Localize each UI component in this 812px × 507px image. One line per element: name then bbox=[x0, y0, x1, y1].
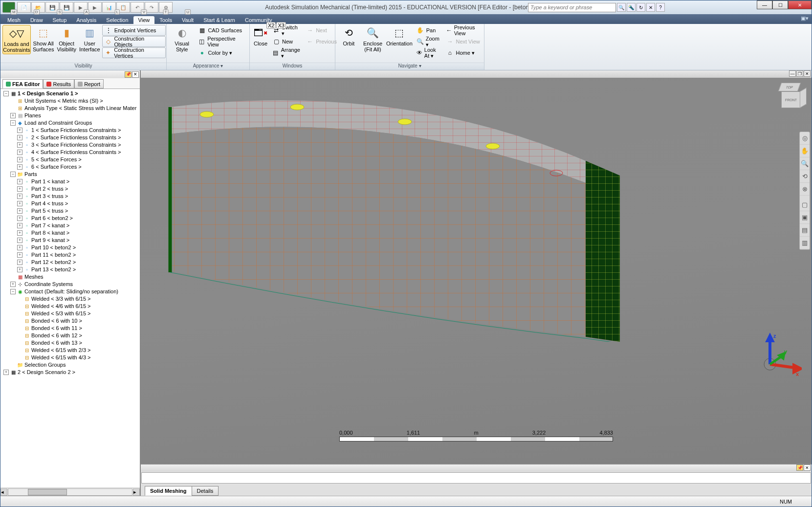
tab-analysis[interactable]: AAnalysis bbox=[71, 16, 101, 24]
tree-analysis-type[interactable]: Analysis Type < Static Stress with Linea… bbox=[24, 105, 136, 112]
tree-item[interactable]: +▫3 < Surface Frictionless Constraints > bbox=[16, 141, 139, 149]
arrange-button[interactable]: ▤Arrange ▾ bbox=[270, 47, 303, 58]
tree-item[interactable]: +▫Part 13 < beton2 > bbox=[16, 266, 139, 273]
lookat-tool-icon[interactable]: ⊗ bbox=[800, 183, 810, 196]
tree-item[interactable]: +▫Part 2 < truss > bbox=[16, 185, 139, 193]
tree-item[interactable]: +▫Part 9 < kanat > bbox=[16, 237, 139, 244]
fea-editor-tab[interactable]: FEA Editor bbox=[2, 79, 43, 88]
qat-btn-6[interactable]: ▶ bbox=[88, 2, 102, 13]
panel-close-icon[interactable]: ✕ bbox=[132, 71, 139, 78]
pan-tool-icon[interactable]: ✋ bbox=[800, 145, 810, 157]
tree-item[interactable]: +▫6 < Surface Forces > bbox=[16, 163, 139, 171]
tree-load-groups[interactable]: Load and Constraint Groups bbox=[24, 119, 92, 127]
tree-item[interactable]: ⊟Welded < 5/3 with 6/15 > bbox=[16, 310, 139, 317]
show-all-surfaces-button[interactable]: ⬚ Show All Surfaces bbox=[32, 25, 55, 53]
tab-selection[interactable]: LSelection bbox=[101, 16, 133, 24]
visual-style-button[interactable]: ◐ Visual Style bbox=[169, 25, 195, 53]
tool-c-icon[interactable]: ▤ bbox=[800, 224, 810, 237]
pan-button[interactable]: ✋Pan bbox=[415, 25, 443, 36]
close-button[interactable]: ✕ bbox=[788, 0, 812, 9]
tree-item[interactable]: ⊟Welded < 6/15 with 4/3 > bbox=[16, 354, 139, 361]
cmd-close-icon[interactable]: ✕ bbox=[804, 464, 811, 471]
construction-vertices-button[interactable]: ✦Construction Vertices bbox=[102, 47, 166, 58]
tab-vault[interactable]: UVault bbox=[177, 16, 198, 24]
tree-ds2[interactable]: 2 < Design Scenario 2 > bbox=[18, 369, 75, 376]
maximize-button[interactable]: ☐ bbox=[772, 0, 788, 9]
steering-wheel-icon[interactable]: ◎ bbox=[800, 132, 810, 145]
tree-item[interactable]: ⊟Welded < 3/3 with 6/15 > bbox=[16, 295, 139, 303]
tree-item[interactable]: +▫Part 5 < truss > bbox=[16, 207, 139, 215]
navigate-panel-title[interactable]: Navigate ▾ bbox=[335, 63, 484, 70]
tree-item[interactable]: +▫Part 3 < truss > bbox=[16, 193, 139, 200]
lookat-button[interactable]: 👁Look At ▾ bbox=[415, 47, 443, 58]
tree-selgroups[interactable]: Selection Groups bbox=[24, 361, 66, 369]
tree-item[interactable]: +▫2 < Surface Frictionless Constraints > bbox=[16, 134, 139, 141]
appearance-panel-title[interactable]: Appearance ▾ bbox=[167, 63, 249, 70]
qat-btn-10[interactable]: ↷ bbox=[145, 2, 158, 13]
model-tree[interactable]: −▦1 < Design Scenario 1 > ⊞Unit Systems … bbox=[0, 89, 140, 487]
tree-item[interactable]: +▫Part 6 < beton2 > bbox=[16, 215, 139, 222]
tree-root[interactable]: 1 < Design Scenario 1 > bbox=[18, 90, 78, 97]
tool-a-icon[interactable]: ▢ bbox=[800, 198, 810, 211]
vp-minimize-icon[interactable]: — bbox=[789, 70, 796, 77]
tree-item[interactable]: +▫Part 8 < kanat > bbox=[16, 229, 139, 237]
search-icon[interactable]: 🔍 bbox=[617, 3, 626, 12]
tool-d-icon[interactable]: ▥ bbox=[800, 237, 810, 249]
cmd-pin-icon[interactable]: 📌 bbox=[796, 464, 803, 471]
tree-item[interactable]: +▫Part 4 < truss > bbox=[16, 200, 139, 207]
zoom-tool-icon[interactable]: 🔍 bbox=[800, 157, 810, 170]
tab-view[interactable]: VView bbox=[133, 16, 155, 24]
close-search-icon[interactable]: ✕ bbox=[646, 3, 655, 12]
minimize-button[interactable]: — bbox=[757, 0, 772, 9]
endpoint-vertices-button[interactable]: ⋮Endpoint Vertices bbox=[102, 25, 166, 36]
tree-item[interactable]: ⊟Welded < 4/6 with 6/15 > bbox=[16, 303, 139, 310]
3d-viewport[interactable]: TOP FRONT ◎ ✋ 🔍 ⟲ ⊗ ▢ ▣ ▤ ▥ bbox=[141, 78, 812, 463]
orbit-button[interactable]: ⟲ Orbit bbox=[337, 25, 360, 47]
command-input[interactable] bbox=[141, 472, 811, 484]
perspective-view-button[interactable]: ◫Perspective View bbox=[196, 36, 247, 47]
tab-tools[interactable]: TTools bbox=[154, 16, 177, 24]
tree-item[interactable]: ⊟Bonded < 6 with 11 > bbox=[16, 325, 139, 332]
tool-b-icon[interactable]: ▣ bbox=[800, 211, 810, 224]
orbit-tool-icon[interactable]: ⟲ bbox=[800, 170, 810, 183]
tree-planes[interactable]: Planes bbox=[24, 112, 41, 119]
loads-constraints-button[interactable]: ◇▽ Loads and Constraints bbox=[2, 25, 31, 54]
tree-item[interactable]: +▫Part 10 < beton2 > bbox=[16, 244, 139, 251]
sync-icon[interactable]: ↻ bbox=[636, 3, 645, 12]
enclose-button[interactable]: 🔍 Enclose (Fit All) bbox=[361, 25, 384, 53]
home-button[interactable]: ⌂Home ▾ bbox=[444, 47, 482, 58]
results-tab[interactable]: Results bbox=[43, 79, 74, 88]
tree-item[interactable]: +▫1 < Surface Frictionless Constraints > bbox=[16, 127, 139, 134]
tree-item[interactable]: ⊟Bonded < 6 with 12 > bbox=[16, 332, 139, 339]
ribbon-options-icon[interactable]: ▣▾ bbox=[801, 15, 809, 22]
tree-item[interactable]: +▫Part 1 < kanat > bbox=[16, 178, 139, 185]
previous-view-button[interactable]: ←Previous View bbox=[444, 25, 482, 36]
tree-parts[interactable]: Parts bbox=[24, 171, 37, 178]
tab-draw[interactable]: DDraw bbox=[25, 16, 48, 24]
tree-item[interactable]: +▫4 < Surface Frictionless Constraints > bbox=[16, 149, 139, 156]
tree-contact[interactable]: Contact (Default: Sliding/no separation) bbox=[24, 288, 118, 295]
new-window-button[interactable]: ▢New bbox=[270, 36, 303, 47]
construction-objects-button[interactable]: ◇Construction Objects bbox=[102, 36, 166, 47]
search-input[interactable] bbox=[528, 3, 616, 12]
tree-item[interactable]: ⊟Bonded < 6 with 13 > bbox=[16, 339, 139, 347]
tree-hscroll[interactable]: ◂▸ bbox=[0, 487, 140, 496]
tree-item[interactable]: ⊟Bonded < 6 with 10 > bbox=[16, 317, 139, 325]
solid-meshing-tab[interactable]: Solid Meshing bbox=[145, 486, 192, 496]
object-visibility-button[interactable]: ▮ Object Visibility bbox=[56, 25, 77, 53]
tree-item[interactable]: +▫5 < Surface Forces > bbox=[16, 156, 139, 163]
user-interface-button[interactable]: ▥ User Interface bbox=[78, 25, 101, 53]
details-tab[interactable]: Details bbox=[192, 486, 219, 496]
tree-item[interactable]: +▫Part 7 < kanat > bbox=[16, 222, 139, 229]
tab-setup[interactable]: SSetup bbox=[48, 16, 72, 24]
key-icon[interactable]: 🔦 bbox=[627, 3, 636, 12]
tree-unit[interactable]: Unit Systems < Metric mks (SI) > bbox=[24, 97, 103, 105]
orientation-button[interactable]: ⬚ Orientation bbox=[385, 25, 414, 47]
qat-btn-7[interactable]: 📊 bbox=[102, 2, 116, 13]
view-cube[interactable]: TOP FRONT bbox=[776, 83, 803, 109]
report-tab[interactable]: Report bbox=[74, 79, 104, 88]
tree-meshes[interactable]: Meshes bbox=[24, 273, 44, 281]
tree-item[interactable]: ⊟Welded < 6/15 with 2/3 > bbox=[16, 347, 139, 354]
help-icon[interactable]: ? bbox=[656, 3, 665, 12]
tree-item[interactable]: +▫Part 11 < beton2 > bbox=[16, 251, 139, 259]
